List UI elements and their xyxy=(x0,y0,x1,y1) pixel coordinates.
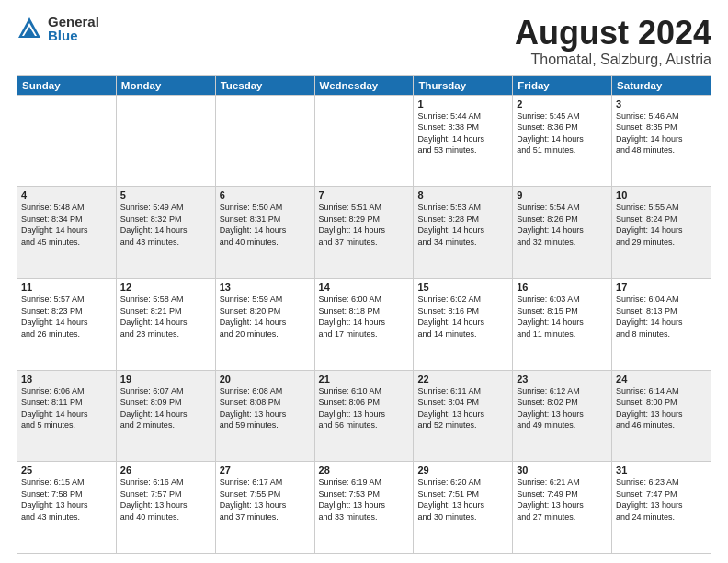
day-number: 2 xyxy=(517,98,608,109)
calendar-cell: 16Sunrise: 6:03 AM Sunset: 8:15 PM Dayli… xyxy=(513,278,612,370)
day-number: 16 xyxy=(517,282,608,293)
logo-icon xyxy=(17,16,42,41)
calendar-cell: 9Sunrise: 5:54 AM Sunset: 8:26 PM Daylig… xyxy=(513,187,612,279)
calendar-cell xyxy=(17,95,117,187)
day-number: 3 xyxy=(616,98,707,109)
calendar-cell: 26Sunrise: 6:16 AM Sunset: 7:57 PM Dayli… xyxy=(116,462,215,554)
day-number: 7 xyxy=(319,190,410,201)
day-number: 17 xyxy=(616,282,707,293)
day-info: Sunrise: 6:19 AM Sunset: 7:53 PM Dayligh… xyxy=(319,477,410,523)
day-number: 30 xyxy=(517,465,608,476)
day-number: 1 xyxy=(417,98,508,109)
day-number: 12 xyxy=(120,282,211,293)
calendar-cell: 8Sunrise: 5:53 AM Sunset: 8:28 PM Daylig… xyxy=(414,187,513,279)
calendar-cell xyxy=(215,95,314,187)
day-info: Sunrise: 6:15 AM Sunset: 7:58 PM Dayligh… xyxy=(21,477,112,523)
day-number: 18 xyxy=(21,373,112,385)
day-info: Sunrise: 6:04 AM Sunset: 8:13 PM Dayligh… xyxy=(616,293,707,339)
calendar-cell: 3Sunrise: 5:46 AM Sunset: 8:35 PM Daylig… xyxy=(612,95,711,187)
day-info: Sunrise: 6:23 AM Sunset: 7:47 PM Dayligh… xyxy=(616,477,707,523)
header: General Blue August 2024 Thomatal, Salzb… xyxy=(17,15,711,68)
day-number: 5 xyxy=(120,190,211,201)
day-info: Sunrise: 5:57 AM Sunset: 8:23 PM Dayligh… xyxy=(21,293,112,339)
day-info: Sunrise: 6:16 AM Sunset: 7:57 PM Dayligh… xyxy=(120,477,211,523)
day-info: Sunrise: 6:14 AM Sunset: 8:00 PM Dayligh… xyxy=(616,385,707,431)
day-info: Sunrise: 5:58 AM Sunset: 8:21 PM Dayligh… xyxy=(120,293,211,339)
day-number: 10 xyxy=(616,190,707,201)
day-info: Sunrise: 6:17 AM Sunset: 7:55 PM Dayligh… xyxy=(220,477,311,523)
calendar-cell: 20Sunrise: 6:08 AM Sunset: 8:08 PM Dayli… xyxy=(215,370,314,462)
calendar-cell: 7Sunrise: 5:51 AM Sunset: 8:29 PM Daylig… xyxy=(314,187,414,279)
col-thursday: Thursday xyxy=(414,75,513,95)
day-info: Sunrise: 5:54 AM Sunset: 8:26 PM Dayligh… xyxy=(517,201,608,247)
day-info: Sunrise: 6:03 AM Sunset: 8:15 PM Dayligh… xyxy=(517,293,608,339)
day-number: 23 xyxy=(517,373,608,385)
calendar-row-2: 4Sunrise: 5:48 AM Sunset: 8:34 PM Daylig… xyxy=(17,187,711,279)
calendar-cell: 1Sunrise: 5:44 AM Sunset: 8:38 PM Daylig… xyxy=(414,95,513,187)
day-info: Sunrise: 6:20 AM Sunset: 7:51 PM Dayligh… xyxy=(417,477,508,523)
day-number: 28 xyxy=(319,465,410,476)
calendar-cell: 19Sunrise: 6:07 AM Sunset: 8:09 PM Dayli… xyxy=(116,370,215,462)
col-friday: Friday xyxy=(513,75,612,95)
calendar-cell: 15Sunrise: 6:02 AM Sunset: 8:16 PM Dayli… xyxy=(414,278,513,370)
day-info: Sunrise: 5:51 AM Sunset: 8:29 PM Dayligh… xyxy=(319,201,410,247)
day-number: 27 xyxy=(220,465,311,476)
day-number: 25 xyxy=(21,465,112,476)
calendar-cell: 25Sunrise: 6:15 AM Sunset: 7:58 PM Dayli… xyxy=(17,462,117,554)
day-info: Sunrise: 6:21 AM Sunset: 7:49 PM Dayligh… xyxy=(517,477,608,523)
col-monday: Monday xyxy=(116,75,215,95)
day-info: Sunrise: 6:00 AM Sunset: 8:18 PM Dayligh… xyxy=(319,293,410,339)
day-number: 19 xyxy=(120,373,211,385)
day-info: Sunrise: 5:55 AM Sunset: 8:24 PM Dayligh… xyxy=(616,201,707,247)
day-number: 20 xyxy=(220,373,311,385)
col-tuesday: Tuesday xyxy=(215,75,314,95)
page: General Blue August 2024 Thomatal, Salzb… xyxy=(0,0,728,563)
calendar-cell: 31Sunrise: 6:23 AM Sunset: 7:47 PM Dayli… xyxy=(612,462,711,554)
title-block: August 2024 Thomatal, Salzburg, Austria xyxy=(515,15,711,68)
day-number: 6 xyxy=(220,190,311,201)
day-number: 8 xyxy=(417,190,508,201)
calendar-cell: 17Sunrise: 6:04 AM Sunset: 8:13 PM Dayli… xyxy=(612,278,711,370)
day-number: 22 xyxy=(417,373,508,385)
day-info: Sunrise: 6:11 AM Sunset: 8:04 PM Dayligh… xyxy=(417,385,508,431)
day-info: Sunrise: 5:44 AM Sunset: 8:38 PM Dayligh… xyxy=(417,110,508,156)
day-number: 9 xyxy=(517,190,608,201)
calendar-row-5: 25Sunrise: 6:15 AM Sunset: 7:58 PM Dayli… xyxy=(17,462,711,554)
calendar-cell: 24Sunrise: 6:14 AM Sunset: 8:00 PM Dayli… xyxy=(612,370,711,462)
day-info: Sunrise: 6:10 AM Sunset: 8:06 PM Dayligh… xyxy=(319,385,410,431)
day-number: 21 xyxy=(319,373,410,385)
day-info: Sunrise: 6:02 AM Sunset: 8:16 PM Dayligh… xyxy=(417,293,508,339)
calendar-cell: 28Sunrise: 6:19 AM Sunset: 7:53 PM Dayli… xyxy=(314,462,414,554)
day-number: 24 xyxy=(616,373,707,385)
logo: General Blue xyxy=(17,15,99,42)
calendar-cell: 13Sunrise: 5:59 AM Sunset: 8:20 PM Dayli… xyxy=(215,278,314,370)
calendar-row-3: 11Sunrise: 5:57 AM Sunset: 8:23 PM Dayli… xyxy=(17,278,711,370)
calendar-cell: 27Sunrise: 6:17 AM Sunset: 7:55 PM Dayli… xyxy=(215,462,314,554)
day-number: 11 xyxy=(21,282,112,293)
calendar-table: Sunday Monday Tuesday Wednesday Thursday… xyxy=(17,75,711,554)
calendar-row-4: 18Sunrise: 6:06 AM Sunset: 8:11 PM Dayli… xyxy=(17,370,711,462)
calendar-cell: 18Sunrise: 6:06 AM Sunset: 8:11 PM Dayli… xyxy=(17,370,117,462)
day-info: Sunrise: 5:45 AM Sunset: 8:36 PM Dayligh… xyxy=(517,110,608,156)
calendar-cell: 11Sunrise: 5:57 AM Sunset: 8:23 PM Dayli… xyxy=(17,278,117,370)
calendar-cell: 23Sunrise: 6:12 AM Sunset: 8:02 PM Dayli… xyxy=(513,370,612,462)
day-number: 15 xyxy=(417,282,508,293)
day-number: 13 xyxy=(220,282,311,293)
calendar-cell: 14Sunrise: 6:00 AM Sunset: 8:18 PM Dayli… xyxy=(314,278,414,370)
day-info: Sunrise: 5:53 AM Sunset: 8:28 PM Dayligh… xyxy=(417,201,508,247)
day-info: Sunrise: 5:59 AM Sunset: 8:20 PM Dayligh… xyxy=(220,293,311,339)
calendar-cell: 30Sunrise: 6:21 AM Sunset: 7:49 PM Dayli… xyxy=(513,462,612,554)
calendar-cell xyxy=(116,95,215,187)
day-number: 26 xyxy=(120,465,211,476)
day-info: Sunrise: 6:07 AM Sunset: 8:09 PM Dayligh… xyxy=(120,385,211,431)
calendar-cell xyxy=(314,95,414,187)
calendar-cell: 5Sunrise: 5:49 AM Sunset: 8:32 PM Daylig… xyxy=(116,187,215,279)
calendar-cell: 4Sunrise: 5:48 AM Sunset: 8:34 PM Daylig… xyxy=(17,187,117,279)
calendar-cell: 22Sunrise: 6:11 AM Sunset: 8:04 PM Dayli… xyxy=(414,370,513,462)
day-info: Sunrise: 6:08 AM Sunset: 8:08 PM Dayligh… xyxy=(220,385,311,431)
day-info: Sunrise: 6:06 AM Sunset: 8:11 PM Dayligh… xyxy=(21,385,112,431)
col-saturday: Saturday xyxy=(612,75,711,95)
calendar-cell: 12Sunrise: 5:58 AM Sunset: 8:21 PM Dayli… xyxy=(116,278,215,370)
calendar-row-1: 1Sunrise: 5:44 AM Sunset: 8:38 PM Daylig… xyxy=(17,95,711,187)
day-info: Sunrise: 5:48 AM Sunset: 8:34 PM Dayligh… xyxy=(21,201,112,247)
